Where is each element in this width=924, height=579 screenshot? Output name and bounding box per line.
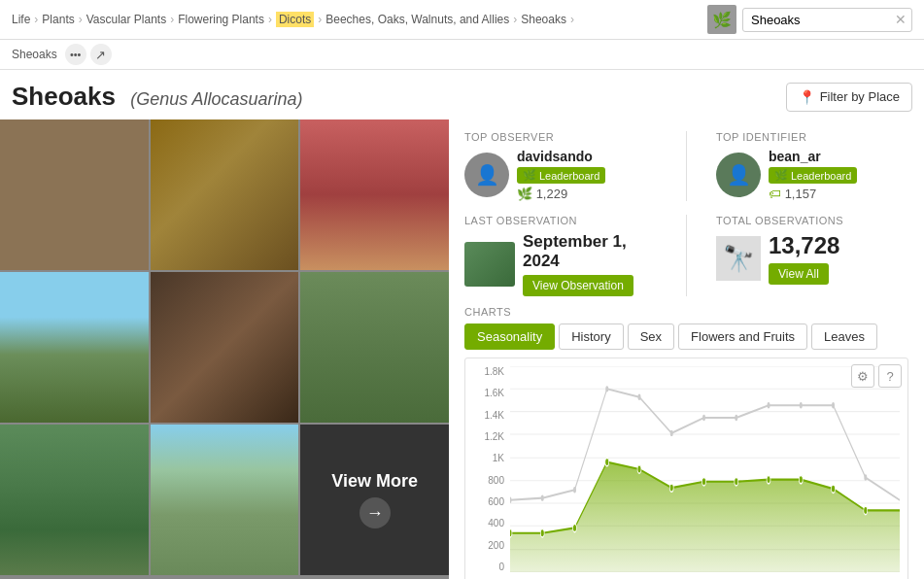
breadcrumb-beeches[interactable]: Beeches, Oaks, Walnuts, and Allies [325, 13, 509, 26]
filter-by-place-button[interactable]: 📍 Filter by Place [786, 83, 912, 112]
filter-place-label: Filter by Place [820, 89, 900, 104]
photo-cell-2[interactable] [151, 119, 299, 270]
top-observer-avatar: 👤 [464, 153, 509, 197]
svg-point-15 [637, 465, 641, 473]
tab-leaves[interactable]: Leaves [811, 324, 877, 350]
view-all-button[interactable]: View All [769, 263, 829, 285]
total-obs-info: 13,728 View All [769, 232, 839, 285]
clear-search-icon[interactable]: ✕ [895, 12, 907, 27]
svg-point-27 [638, 394, 641, 400]
subheader: Sheoaks ••• ↗ [0, 40, 924, 70]
top-observer-label: TOP OBSERVER [464, 131, 657, 143]
y-axis-labels: 1.8K 1.6K 1.4K 1.2K 1K 800 600 400 200 0 [469, 366, 504, 572]
taxon-thumbnail: 🌿 [707, 5, 736, 34]
photo-cell-7[interactable] [0, 425, 149, 575]
divider-1 [686, 131, 687, 201]
page-header: Sheoaks (Genus Allocasuarina) 📍 Filter b… [0, 70, 924, 119]
total-obs-content: 🔭 13,728 View All [716, 232, 908, 285]
tab-sex[interactable]: Sex [628, 324, 674, 350]
binoculars-icon: 🔭 [716, 236, 761, 281]
view-more-label: View More [331, 471, 418, 492]
total-obs-label: TOTAL OBSERVATIONS [716, 215, 908, 226]
top-observer-block: TOP OBSERVER 👤 davidsando 🌿 Leaderboard … [464, 131, 657, 201]
photo-cell-5[interactable] [151, 272, 299, 423]
breadcrumb-vascular-plants[interactable]: Vascular Plants [86, 13, 166, 26]
svg-point-17 [702, 477, 706, 485]
breadcrumb-plants[interactable]: Plants [42, 13, 74, 26]
obs-row: LAST OBSERVATION September 1, 2024 View … [464, 215, 908, 296]
tab-flowers-fruits[interactable]: Flowers and Fruits [678, 324, 807, 350]
svg-point-31 [768, 402, 770, 408]
svg-point-24 [541, 495, 544, 501]
top-identifier-count-val: 1,157 [785, 187, 817, 201]
last-obs-label: LAST OBSERVATION [464, 215, 657, 226]
charts-label: CHARTS [464, 306, 908, 318]
view-more-arrow-icon: → [359, 497, 391, 528]
top-identifier-label: TOP IDENTIFIER [716, 131, 908, 143]
subheader-menu-btn[interactable]: ••• [65, 44, 86, 65]
top-identifier-info: bean_ar 🌿 Leaderboard 🏷 1,157 [769, 149, 857, 201]
search-input[interactable] [742, 8, 912, 32]
svg-point-20 [799, 475, 803, 483]
search-wrapper: ✕ [742, 8, 912, 32]
top-identifier-content: 👤 bean_ar 🌿 Leaderboard 🏷 1,157 [716, 149, 908, 201]
tab-seasonality[interactable]: Seasonality [464, 324, 555, 350]
svg-point-30 [735, 415, 737, 421]
last-obs-date: September 1, 2024 [523, 232, 657, 271]
photo-cell-4[interactable] [0, 272, 149, 423]
search-area: 🌿 ✕ [707, 5, 912, 34]
leaderboard-label: Leaderboard [539, 170, 599, 182]
total-obs-count: 13,728 [769, 232, 839, 259]
breadcrumb-sheoaks[interactable]: Sheoaks [521, 13, 566, 26]
chart-area: ⚙ ? 1.8K 1.6K 1.4K 1.2K 1K 800 600 400 2… [464, 358, 908, 579]
view-observation-button[interactable]: View Observation [523, 275, 633, 296]
top-observer-username[interactable]: davidsando [517, 149, 605, 164]
top-identifier-avatar: 👤 [716, 153, 761, 197]
svg-point-12 [540, 528, 544, 536]
svg-point-16 [669, 484, 673, 492]
view-more-cell[interactable]: View More → [300, 425, 449, 575]
pin-icon: 📍 [799, 89, 815, 105]
svg-point-22 [864, 506, 868, 514]
chart-help-button[interactable]: ? [878, 364, 902, 388]
svg-point-26 [605, 386, 608, 392]
photo-cell-1[interactable] [0, 119, 149, 270]
id-leaf-icon: 🌿 [774, 169, 788, 182]
top-observer-count-val: 1,229 [536, 187, 568, 201]
top-identifier-leaderboard-badge: 🌿 Leaderboard [769, 167, 857, 184]
breadcrumb-dicots[interactable]: Dicots [276, 12, 314, 27]
svg-point-25 [573, 487, 576, 493]
photo-grid: View More → [0, 119, 449, 579]
svg-point-34 [864, 474, 867, 480]
last-observation-block: LAST OBSERVATION September 1, 2024 View … [464, 215, 657, 296]
svg-point-28 [670, 430, 673, 436]
subheader-taxon-name: Sheoaks [12, 48, 57, 61]
top-identifier-count: 🏷 1,157 [769, 187, 857, 201]
charts-section: CHARTS Seasonality History Sex Flowers a… [464, 306, 908, 579]
breadcrumb-life[interactable]: Life [12, 13, 30, 26]
stats-row: TOP OBSERVER 👤 davidsando 🌿 Leaderboard … [464, 131, 908, 201]
svg-point-23 [510, 497, 511, 503]
svg-point-13 [573, 524, 577, 531]
count-icon: 🌿 [517, 187, 532, 201]
top-id-leaderboard-label: Leaderboard [791, 170, 851, 182]
leaf-icon: 🌿 [523, 169, 536, 182]
breadcrumb: Life › Plants › Vascular Plants › Flower… [12, 12, 707, 27]
top-identifier-username[interactable]: bean_ar [769, 149, 857, 164]
top-observer-count: 🌿 1,229 [517, 187, 605, 201]
id-count-icon: 🏷 [769, 187, 781, 201]
breadcrumb-flowering-plants[interactable]: Flowering Plants [178, 13, 264, 26]
chart-settings-button[interactable]: ⚙ [851, 364, 874, 388]
photo-cell-6[interactable] [300, 272, 449, 423]
photo-cell-8[interactable] [151, 425, 299, 575]
page-title: Sheoaks (Genus Allocasuarina) [12, 82, 303, 112]
chart-tabs: Seasonality History Sex Flowers and Frui… [464, 324, 908, 350]
svg-point-11 [510, 528, 512, 536]
svg-point-33 [832, 402, 835, 408]
tab-history[interactable]: History [559, 324, 623, 350]
photo-cell-3[interactable] [300, 119, 449, 270]
subheader-share-btn[interactable]: ↗ [90, 44, 112, 65]
right-panel: TOP OBSERVER 👤 davidsando 🌿 Leaderboard … [449, 119, 924, 579]
svg-point-19 [767, 475, 770, 483]
top-observer-content: 👤 davidsando 🌿 Leaderboard 🌿 1,229 [464, 149, 657, 201]
